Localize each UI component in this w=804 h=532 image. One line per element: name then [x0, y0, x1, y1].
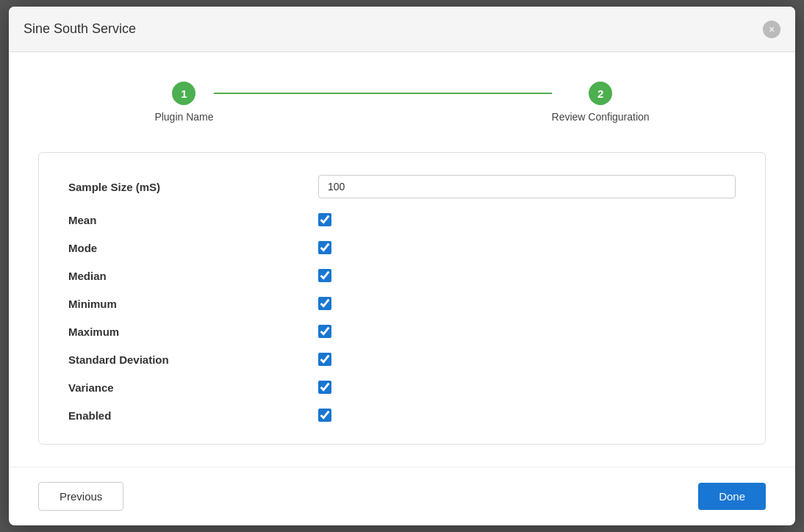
dialog-header: Sine South Service ×: [9, 7, 795, 52]
config-row: Enabled: [68, 409, 736, 422]
config-checkbox-standard-deviation[interactable]: [318, 353, 331, 366]
close-button[interactable]: ×: [763, 21, 780, 38]
config-field-label: Sample Size (mS): [68, 181, 318, 193]
config-checkbox-mode[interactable]: [318, 241, 331, 254]
config-checkbox-maximum[interactable]: [318, 325, 331, 338]
config-row: Maximum: [68, 325, 736, 338]
config-row: Standard Deviation: [68, 353, 736, 366]
config-checkbox-minimum[interactable]: [318, 297, 331, 310]
config-row: Mean: [68, 213, 736, 226]
step-2-label: Review Configuration: [552, 111, 650, 123]
config-checkbox-median[interactable]: [318, 269, 331, 282]
config-checkbox-enabled[interactable]: [318, 409, 331, 422]
dialog-title: Sine South Service: [24, 21, 136, 37]
config-panel: Sample Size (mS)MeanModeMedianMinimumMax…: [38, 152, 766, 445]
config-row: Variance: [68, 381, 736, 394]
config-field-label: Standard Deviation: [68, 353, 318, 366]
step-1: 1 Plugin Name: [154, 82, 213, 123]
step-2: 2 Review Configuration: [552, 82, 650, 123]
dialog-body: 1 Plugin Name 2 Review Configuration Sam…: [9, 52, 795, 467]
step-1-label: Plugin Name: [154, 111, 213, 123]
config-checkbox-mean[interactable]: [318, 213, 331, 226]
stepper: 1 Plugin Name 2 Review Configuration: [38, 74, 766, 130]
config-row: Minimum: [68, 297, 736, 310]
sample-size-input[interactable]: [318, 175, 736, 198]
config-row: Sample Size (mS): [68, 175, 736, 198]
dialog-footer: Previous Done: [9, 467, 795, 525]
config-field-label: Mean: [68, 214, 318, 226]
previous-button[interactable]: Previous: [38, 482, 123, 511]
dialog: Sine South Service × 1 Plugin Name 2 Rev…: [9, 7, 795, 525]
config-checkbox-variance[interactable]: [318, 381, 331, 394]
config-field-label: Mode: [68, 242, 318, 254]
done-button[interactable]: Done: [698, 483, 766, 510]
step-connector: [214, 93, 552, 94]
config-row: Mode: [68, 241, 736, 254]
step-1-circle: 1: [172, 82, 195, 105]
config-field-label: Minimum: [68, 298, 318, 310]
config-field-label: Variance: [68, 381, 318, 394]
config-field-label: Maximum: [68, 326, 318, 338]
step-2-circle: 2: [589, 82, 612, 105]
config-field-label: Median: [68, 270, 318, 282]
config-field-label: Enabled: [68, 409, 318, 422]
config-row: Median: [68, 269, 736, 282]
